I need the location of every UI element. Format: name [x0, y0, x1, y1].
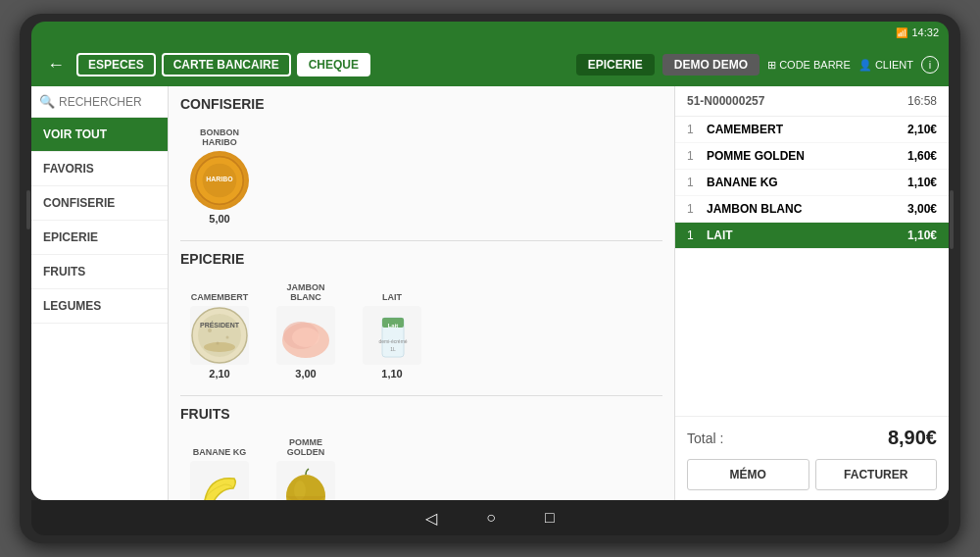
- user-icon: 👤: [858, 59, 872, 72]
- receipt-price-camembert: 2,10€: [907, 123, 937, 136]
- receipt-name-lait: LAIT: [707, 228, 907, 242]
- epicerie-grid: CAMEMBERT PRÉSIDENT: [180, 278, 662, 380]
- svg-text:PRÉSIDENT: PRÉSIDENT: [200, 321, 240, 329]
- svg-point-9: [217, 342, 220, 345]
- svg-point-6: [204, 342, 235, 352]
- product-image-banane: [190, 461, 249, 500]
- product-label-jambon: JAMBONBLANC: [286, 278, 324, 302]
- search-area: 🔍: [31, 86, 168, 118]
- product-label-pomme: POMMEGOLDEN: [287, 433, 325, 457]
- cheque-button[interactable]: CHEQUE: [297, 53, 370, 76]
- content-area: 🔍 VOIR TOUT FAVORIS CONFISERIE EPICERIE …: [31, 86, 949, 500]
- section-title-fruits: FRUITS: [180, 406, 662, 426]
- product-bonbon-haribo[interactable]: BONBONHARIBO HARIBO 5,00: [180, 124, 259, 225]
- receipt-qty-jambon: 1: [687, 202, 703, 216]
- receipt-item-camembert[interactable]: 1 CAMEMBERT 2,10€: [675, 117, 949, 143]
- receipt-footer: Total : 8,90€ MÉMO FACTURER: [675, 416, 949, 500]
- product-banane-kg[interactable]: BANANE KG 1,10: [180, 433, 259, 500]
- receipt-items: 1 CAMEMBERT 2,10€ 1 POMME GOLDEN 1,60€ 1…: [675, 117, 949, 416]
- receipt-name-banane: BANANE KG: [707, 176, 907, 189]
- total-amount: 8,90€: [888, 427, 937, 449]
- receipt-price-banane: 1,10€: [907, 176, 937, 189]
- top-right-group: EPICERIE DEMO DEMO ⊞ CODE BARRE 👤 CLIENT…: [576, 54, 939, 76]
- carte-bancaire-button[interactable]: CARTE BANCAIRE: [162, 53, 291, 76]
- section-title-confiserie: CONFISERIE: [180, 96, 662, 116]
- receipt-item-jambon[interactable]: 1 JAMBON BLANC 3,00€: [675, 196, 949, 223]
- receipt-time: 16:58: [907, 94, 937, 108]
- section-title-epicerie: EPICERIE: [180, 251, 662, 271]
- svg-text:HARIBO: HARIBO: [206, 176, 233, 182]
- memo-button[interactable]: MÉMO: [687, 459, 809, 490]
- product-lait[interactable]: LAIT Lait demi-écrémé 1L 1,10: [353, 278, 431, 380]
- product-price-bonbon: 5,00: [209, 213, 229, 225]
- svg-point-8: [226, 336, 229, 339]
- sidebar-item-legumes[interactable]: LEGUMES: [31, 289, 168, 324]
- product-camembert[interactable]: CAMEMBERT PRÉSIDENT: [180, 278, 259, 380]
- bottom-bar: ◁ ○ □: [31, 500, 949, 535]
- wifi-icon: 📶: [896, 27, 907, 38]
- time-display: 14:32: [911, 26, 939, 38]
- receipt-header: 51-N00000257 16:58: [675, 86, 949, 117]
- home-nav-icon[interactable]: ○: [486, 509, 496, 527]
- receipt-qty-banane: 1: [687, 176, 703, 189]
- product-price-camembert: 2,10: [209, 368, 229, 380]
- product-image-camembert: PRÉSIDENT: [190, 306, 249, 365]
- receipt-item-banane[interactable]: 1 BANANE KG 1,10€: [675, 170, 949, 196]
- receipt-price-lait: 1,10€: [907, 228, 937, 242]
- product-label-banane: BANANE KG: [193, 433, 247, 457]
- tablet-frame: 📶 14:32 ← ESPECES CARTE BANCAIRE CHEQUE …: [20, 14, 960, 543]
- product-label-lait: LAIT: [382, 278, 402, 302]
- sidebar-item-confiserie[interactable]: CONFISERIE: [31, 186, 168, 221]
- sidebar-item-favoris[interactable]: FAVORIS: [31, 152, 168, 186]
- product-image-bonbon: HARIBO: [190, 151, 249, 210]
- products-area: CONFISERIE BONBONHARIBO HARIBO 5,00: [169, 86, 674, 500]
- product-jambon-blanc[interactable]: JAMBONBLANC 3,00: [267, 278, 345, 380]
- demo-button[interactable]: DEMO DEMO: [662, 54, 760, 76]
- top-bar: ← ESPECES CARTE BANCAIRE CHEQUE EPICERIE…: [31, 43, 949, 86]
- status-bar: 📶 14:32: [31, 22, 949, 43]
- search-input[interactable]: [59, 95, 160, 109]
- main-content: ← ESPECES CARTE BANCAIRE CHEQUE EPICERIE…: [31, 43, 949, 500]
- product-pomme-golden[interactable]: POMMEGOLDEN 1,60: [267, 433, 345, 500]
- fruits-grid: BANANE KG 1,10 POMMEGOLDEN: [180, 433, 662, 500]
- receipt-name-camembert: CAMEMBERT: [707, 123, 907, 136]
- epicerie-button[interactable]: EPICERIE: [576, 54, 655, 76]
- receipt-qty-lait: 1: [687, 228, 703, 242]
- product-image-pomme: [276, 461, 335, 500]
- receipt-item-pomme[interactable]: 1 POMME GOLDEN 1,60€: [675, 143, 949, 170]
- receipt-name-jambon: JAMBON BLANC: [707, 202, 907, 216]
- barcode-icon: ⊞: [767, 59, 776, 72]
- sidebar-item-voir-tout[interactable]: VOIR TOUT: [31, 118, 168, 152]
- recents-nav-icon[interactable]: □: [545, 509, 555, 527]
- product-image-lait: Lait demi-écrémé 1L: [363, 306, 421, 365]
- receipt-id: 51-N00000257: [687, 94, 764, 108]
- info-button[interactable]: i: [921, 56, 939, 74]
- client-button[interactable]: 👤 CLIENT: [858, 59, 913, 72]
- search-icon: 🔍: [39, 94, 55, 109]
- receipt-price-pomme: 1,60€: [907, 149, 937, 163]
- facturer-button[interactable]: FACTURER: [815, 459, 938, 490]
- receipt-item-lait[interactable]: 1 LAIT 1,10€: [675, 223, 949, 249]
- product-label-bonbon: BONBONHARIBO: [200, 124, 239, 147]
- product-price-lait: 1,10: [381, 368, 402, 380]
- total-label: Total :: [687, 430, 723, 446]
- total-row: Total : 8,90€: [687, 427, 937, 449]
- code-barre-button[interactable]: ⊞ CODE BARRE: [767, 59, 851, 72]
- svg-text:demi-écrémé: demi-écrémé: [378, 338, 407, 344]
- product-label-camembert: CAMEMBERT: [191, 278, 249, 302]
- sidebar-item-epicerie[interactable]: EPICERIE: [31, 221, 168, 255]
- receipt-panel: 51-N00000257 16:58 1 CAMEMBERT 2,10€ 1 P…: [674, 86, 949, 500]
- sidebar-item-fruits[interactable]: FRUITS: [31, 255, 168, 289]
- receipt-price-jambon: 3,00€: [907, 202, 937, 216]
- back-button[interactable]: ←: [41, 55, 71, 76]
- especes-button[interactable]: ESPECES: [76, 53, 156, 76]
- svg-point-12: [292, 328, 319, 347]
- svg-text:Lait: Lait: [388, 323, 399, 329]
- svg-text:1L: 1L: [390, 346, 396, 352]
- product-image-jambon: [276, 306, 335, 365]
- back-nav-icon[interactable]: ◁: [425, 509, 437, 528]
- footer-buttons: MÉMO FACTURER: [687, 459, 937, 490]
- svg-point-7: [208, 329, 212, 332]
- sidebar: 🔍 VOIR TOUT FAVORIS CONFISERIE EPICERIE …: [31, 86, 169, 500]
- receipt-qty-pomme: 1: [687, 149, 703, 163]
